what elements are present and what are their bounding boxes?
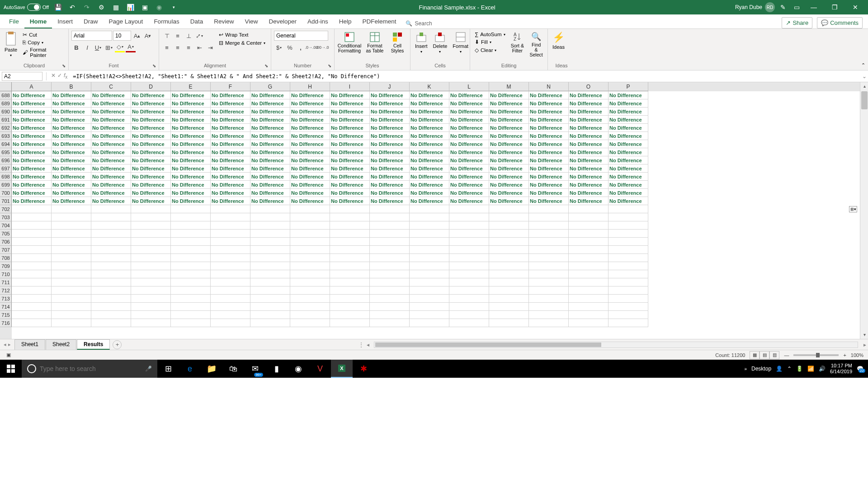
cell[interactable] <box>12 286 52 295</box>
taskbar-search[interactable]: 🎤 <box>22 360 157 378</box>
cell[interactable]: No Difference <box>290 91 330 99</box>
cell[interactable]: No Difference <box>52 189 91 197</box>
cell[interactable] <box>370 246 410 254</box>
cell[interactable] <box>91 221 131 230</box>
cell[interactable]: No Difference <box>449 156 489 164</box>
tab-insert[interactable]: Insert <box>52 15 78 28</box>
fill-button[interactable]: ⬇Fill▾ <box>473 38 507 46</box>
align-right-icon[interactable]: ≡ <box>184 42 193 52</box>
cell[interactable] <box>171 262 211 270</box>
insert-cells-button[interactable]: Insert▾ <box>413 31 429 55</box>
cell[interactable]: No Difference <box>609 140 648 148</box>
cell[interactable]: No Difference <box>529 197 569 205</box>
cell[interactable]: No Difference <box>410 156 449 164</box>
cell[interactable] <box>12 303 52 311</box>
customize-qat-icon[interactable]: ▾ <box>168 2 179 13</box>
column-header[interactable]: P <box>609 82 648 91</box>
cell[interactable] <box>569 295 609 303</box>
cell[interactable]: No Difference <box>489 156 529 164</box>
cell[interactable] <box>290 286 330 295</box>
cell[interactable] <box>609 295 648 303</box>
cell[interactable]: No Difference <box>211 148 250 156</box>
cell[interactable]: No Difference <box>410 148 449 156</box>
cell[interactable]: No Difference <box>91 164 131 173</box>
cell[interactable] <box>52 278 91 286</box>
cell[interactable]: No Difference <box>410 189 449 197</box>
cell[interactable]: No Difference <box>12 124 52 132</box>
cell[interactable] <box>52 246 91 254</box>
zoom-slider[interactable] <box>793 354 839 356</box>
cell[interactable] <box>569 246 609 254</box>
cell[interactable] <box>529 230 569 238</box>
cell[interactable]: No Difference <box>330 116 370 124</box>
macro-record-icon[interactable]: ▣ <box>6 352 11 358</box>
tab-home[interactable]: Home <box>24 15 52 28</box>
cell[interactable] <box>290 205 330 213</box>
desktop-label[interactable]: Desktop <box>751 366 771 372</box>
cell[interactable]: No Difference <box>91 132 131 140</box>
sort-filter-button[interactable]: AZ Sort & Filter <box>509 31 526 54</box>
cell[interactable]: No Difference <box>370 148 410 156</box>
format-painter-button[interactable]: 🖌Format Painter <box>21 46 66 59</box>
cell[interactable]: No Difference <box>211 164 250 173</box>
delete-cells-button[interactable]: Delete▾ <box>431 31 449 55</box>
edge-icon[interactable]: e <box>179 360 201 378</box>
cell[interactable]: No Difference <box>91 189 131 197</box>
hscroll-thumb[interactable] <box>375 343 601 347</box>
cancel-formula-icon[interactable]: ✕ <box>51 72 56 80</box>
cell[interactable] <box>410 246 449 254</box>
cell[interactable] <box>449 303 489 311</box>
cell[interactable] <box>211 213 250 221</box>
cell[interactable] <box>489 311 529 319</box>
cell[interactable] <box>131 319 171 327</box>
cell[interactable]: No Difference <box>250 132 290 140</box>
cell[interactable]: No Difference <box>211 173 250 181</box>
align-middle-icon[interactable]: ≡ <box>173 31 183 41</box>
cell[interactable] <box>91 278 131 286</box>
cell[interactable] <box>211 303 250 311</box>
autofill-options-icon[interactable]: ⊞▾ <box>849 206 857 212</box>
row-header[interactable]: 707 <box>0 246 12 254</box>
cell[interactable] <box>489 213 529 221</box>
cell[interactable] <box>449 230 489 238</box>
cell[interactable]: No Difference <box>569 164 609 173</box>
cell[interactable]: No Difference <box>171 108 211 116</box>
cell[interactable]: No Difference <box>529 173 569 181</box>
cell[interactable] <box>330 262 370 270</box>
cell[interactable] <box>91 254 131 262</box>
cell[interactable] <box>609 205 648 213</box>
close-button[interactable]: ✕ <box>846 0 864 14</box>
cell[interactable]: No Difference <box>131 181 171 189</box>
cell[interactable]: No Difference <box>290 164 330 173</box>
cell[interactable] <box>609 238 648 246</box>
excel-taskbar-icon[interactable]: X <box>331 360 353 378</box>
cell[interactable]: No Difference <box>410 91 449 99</box>
cell[interactable]: No Difference <box>131 173 171 181</box>
accounting-format-icon[interactable]: $ <box>274 42 284 52</box>
cell[interactable]: No Difference <box>211 132 250 140</box>
cell[interactable] <box>410 205 449 213</box>
row-header[interactable]: 704 <box>0 221 12 230</box>
cell[interactable] <box>290 311 330 319</box>
cell[interactable] <box>211 295 250 303</box>
page-layout-view-icon[interactable]: ▤ <box>760 351 769 359</box>
column-header[interactable]: D <box>131 82 171 91</box>
cell[interactable] <box>250 270 290 278</box>
cell[interactable] <box>330 254 370 262</box>
cell[interactable] <box>529 213 569 221</box>
cell[interactable]: No Difference <box>131 91 171 99</box>
cell[interactable] <box>489 319 529 327</box>
cell[interactable]: No Difference <box>370 181 410 189</box>
scroll-down-icon[interactable]: ▾ <box>860 331 868 339</box>
cell[interactable]: No Difference <box>52 132 91 140</box>
cell[interactable] <box>449 246 489 254</box>
cell[interactable] <box>609 213 648 221</box>
column-header[interactable]: O <box>569 82 609 91</box>
cell[interactable] <box>12 319 52 327</box>
cell[interactable]: No Difference <box>489 116 529 124</box>
cell[interactable]: No Difference <box>410 173 449 181</box>
cell[interactable]: No Difference <box>52 197 91 205</box>
cell[interactable]: No Difference <box>569 116 609 124</box>
wifi-icon[interactable]: 📶 <box>807 366 814 372</box>
file-explorer-icon[interactable]: 📁 <box>201 360 222 378</box>
